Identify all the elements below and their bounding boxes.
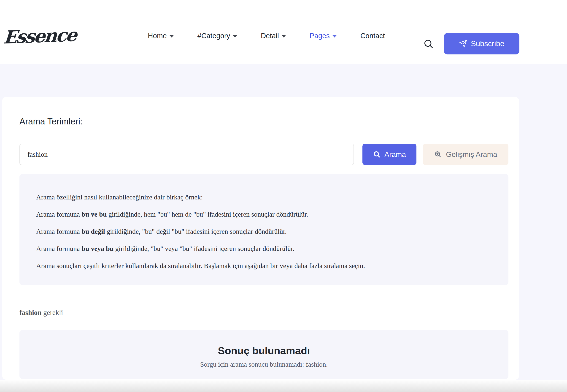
subscribe-label: Subscribe xyxy=(471,39,505,48)
help-line: Arama formuna bu ve bu girildiğinde, hem… xyxy=(36,211,495,218)
nav-item-detail[interactable]: Detail xyxy=(261,32,286,40)
divider xyxy=(19,304,509,304)
search-button[interactable]: Arama xyxy=(362,144,416,165)
chevron-down-icon xyxy=(170,35,174,38)
nav-item-label: Detail xyxy=(261,32,279,40)
search-input[interactable] xyxy=(19,144,354,165)
nav-item-label: Contact xyxy=(360,32,385,40)
send-icon xyxy=(459,40,467,48)
help-line: Arama sonuçları çeşitli kriterler kullan… xyxy=(36,262,495,269)
subscribe-button[interactable]: Subscribe xyxy=(444,33,519,55)
no-results-message: Sorgu için arama sonucu bulunamadı: fash… xyxy=(19,361,509,368)
main-nav: Home#CategoryDetailPagesContact xyxy=(148,8,409,64)
advanced-search-label: Gelişmiş Arama xyxy=(446,150,497,159)
search-icon[interactable] xyxy=(423,39,434,49)
search-icon xyxy=(373,151,381,158)
no-results-title: Sonuç bulunamadı xyxy=(19,345,509,357)
page-title: Arama Terimleri: xyxy=(19,117,83,126)
nav-item-contact[interactable]: Contact xyxy=(360,32,385,40)
nav-item-label: Pages xyxy=(310,32,330,40)
search-button-label: Arama xyxy=(384,150,406,159)
nav-item-label: Home xyxy=(148,32,167,40)
zoom-in-icon xyxy=(434,151,442,158)
nav-item-label: #Category xyxy=(198,32,230,40)
top-strip xyxy=(0,0,567,7)
no-results-panel: Sonuç bulunamadı Sorgu için arama sonucu… xyxy=(19,330,509,379)
chevron-down-icon xyxy=(233,35,237,38)
required-term-text: fashion gerekli xyxy=(19,308,63,317)
site-logo[interactable]: Essence xyxy=(3,25,77,48)
search-row: Arama Gelişmiş Arama xyxy=(19,144,509,165)
chevron-down-icon xyxy=(332,35,337,38)
help-line: Arama özelliğini nasıl kullanabileceğini… xyxy=(36,194,495,201)
nav-item-pages[interactable]: Pages xyxy=(310,32,337,40)
search-card: Arama Terimleri: Arama Gelişmiş Arama xyxy=(2,97,519,380)
nav-item-home[interactable]: Home xyxy=(148,32,174,40)
footer-shadow xyxy=(0,380,567,392)
site-header: Essence Home#CategoryDetailPagesContact … xyxy=(0,8,567,64)
advanced-search-button[interactable]: Gelişmiş Arama xyxy=(423,144,509,165)
search-help-panel: Arama özelliğini nasıl kullanabileceğini… xyxy=(19,174,509,285)
help-line: Arama formuna bu değil girildiğinde, "bu… xyxy=(36,228,495,235)
help-line: Arama formuna bu veya bu girildiğinde, "… xyxy=(36,245,495,252)
chevron-down-icon xyxy=(282,35,286,38)
nav-item-category[interactable]: #Category xyxy=(198,32,237,40)
